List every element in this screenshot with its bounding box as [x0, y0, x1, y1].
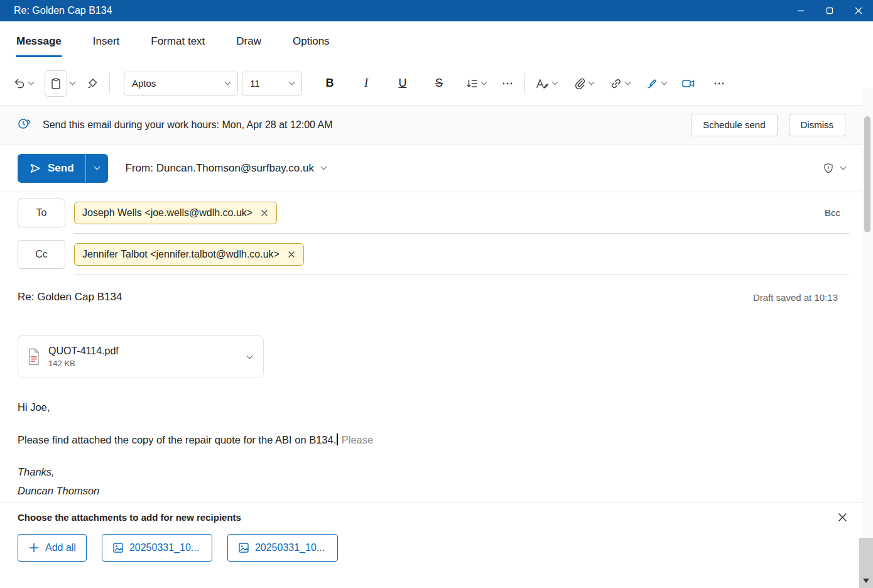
to-recipient-chip[interactable]: Joseph Wells <joe.wells@wdlh.co.uk> — [74, 202, 277, 224]
tab-options[interactable]: Options — [291, 31, 331, 52]
chevron-down-icon — [625, 79, 631, 85]
signature-button[interactable] — [643, 74, 670, 94]
chevron-down-icon — [321, 164, 327, 170]
schedule-send-button[interactable]: Schedule send — [691, 114, 777, 136]
more-horizontal-icon — [713, 77, 725, 90]
paperclip-icon — [573, 77, 586, 90]
shield-icon — [822, 162, 835, 175]
image-file-icon — [112, 542, 124, 553]
format-painter-button[interactable] — [83, 74, 102, 94]
attach-file-button[interactable] — [570, 74, 597, 94]
insert-link-button[interactable] — [607, 74, 633, 94]
attachment-size: 142 KB — [48, 359, 119, 368]
maximize-icon — [825, 6, 835, 16]
from-selector[interactable]: From: Duncan.Thomson@surfbay.co.uk — [126, 162, 326, 175]
ribbon-toolbar: Aptos 11 B I U S — [0, 62, 873, 106]
subject-row: Re: Golden Cap B134 Draft saved at 10:13 — [0, 275, 873, 319]
line-spacing-button[interactable] — [463, 74, 489, 94]
undo-button[interactable] — [10, 74, 36, 94]
ribbon-tabs: Message Insert Format text Draw Options — [0, 21, 873, 62]
from-address: From: Duncan.Thomson@surfbay.co.uk — [126, 162, 314, 175]
text-cursor — [337, 433, 338, 445]
vertical-scrollbar[interactable] — [862, 88, 873, 588]
attachment-name: QUOT-4114.pdf — [48, 346, 119, 357]
add-all-button[interactable]: Add all — [18, 534, 87, 562]
attachment-file-button-2[interactable]: 20250331_10... — [227, 534, 338, 562]
line-spacing-icon — [466, 77, 479, 90]
strikethrough-button[interactable]: S — [425, 71, 453, 96]
sensitivity-control[interactable] — [822, 162, 845, 175]
scroll-down-icon[interactable] — [863, 579, 869, 583]
tab-insert[interactable]: Insert — [92, 31, 121, 52]
chevron-down-icon — [94, 164, 100, 170]
send-options-button[interactable] — [85, 154, 108, 183]
cc-field[interactable]: Jennifer Talbot <jennifer.talbot@wdlh.co… — [74, 234, 849, 275]
tab-draw[interactable]: Draw — [235, 31, 263, 52]
dismiss-button[interactable]: Dismiss — [789, 114, 846, 136]
send-split-button: Send — [18, 154, 108, 183]
font-family-select[interactable]: Aptos — [124, 72, 238, 95]
meeting-button[interactable] — [678, 74, 698, 94]
chevron-down-icon — [588, 79, 595, 85]
recipient-text: Joseph Wells <joe.wells@wdlh.co.uk> — [82, 207, 252, 219]
minimize-icon — [796, 6, 806, 16]
more-formatting-button[interactable] — [498, 74, 517, 94]
body-paragraph: Please find attached the copy of the rep… — [18, 433, 855, 447]
to-button[interactable]: To — [18, 199, 65, 227]
toolbar-divider — [109, 73, 110, 94]
font-size-value: 11 — [250, 78, 260, 89]
signature-pen-icon — [646, 77, 659, 90]
more-options-button[interactable] — [710, 74, 729, 94]
paste-button[interactable] — [41, 67, 78, 101]
schedule-send-icon — [16, 116, 33, 134]
scrollbar-thumb[interactable] — [864, 116, 870, 232]
remove-recipient-icon[interactable] — [287, 250, 296, 259]
recipient-text: Jennifer Talbot <jennifer.talbot@wdlh.co… — [82, 249, 279, 260]
font-size-select[interactable]: 11 — [242, 72, 302, 95]
italic-button[interactable]: I — [352, 71, 380, 96]
body-closing: Thanks, — [18, 466, 855, 479]
send-icon — [29, 162, 41, 175]
body-greeting: Hi Joe, — [18, 401, 855, 414]
attachment-suggestion-panel: Choose the attachments to add for new re… — [0, 503, 873, 588]
body-signature: Duncan Thomson — [18, 484, 855, 498]
tab-message[interactable]: Message — [15, 31, 63, 52]
text-effects-button[interactable] — [533, 74, 560, 94]
attachment-card[interactable]: QUOT-4114.pdf 142 KB — [18, 335, 264, 378]
chevron-down-icon — [28, 79, 35, 85]
cc-button[interactable]: Cc — [18, 240, 65, 269]
chevron-down-icon — [661, 79, 668, 85]
send-row: Send From: Duncan.Thomson@surfbay.co.uk — [0, 144, 873, 192]
draft-status: Draft saved at 10:13 — [753, 292, 838, 303]
to-field[interactable]: Joseph Wells <joe.wells@wdlh.co.uk> Bcc — [74, 192, 849, 234]
attachment-file-button-1[interactable]: 20250331_10... — [102, 534, 212, 562]
bcc-toggle[interactable]: Bcc — [825, 207, 840, 218]
toolbar-divider — [524, 73, 525, 94]
compose-window: Re: Golden Cap B134 Message Insert Forma… — [0, 0, 873, 588]
cc-recipient-chip[interactable]: Jennifer Talbot <jennifer.talbot@wdlh.co… — [74, 243, 304, 266]
close-icon — [854, 6, 864, 16]
scrollbar-bottom-area[interactable] — [859, 538, 873, 588]
maximize-button[interactable] — [815, 0, 844, 21]
tab-format-text[interactable]: Format text — [149, 31, 206, 52]
minimize-button[interactable] — [786, 0, 815, 21]
send-button[interactable]: Send — [18, 154, 85, 183]
chevron-down-icon — [552, 79, 558, 85]
window-controls — [786, 0, 873, 21]
underline-button[interactable]: U — [389, 71, 416, 96]
window-title: Re: Golden Cap B134 — [14, 5, 112, 16]
chevron-down-icon — [289, 79, 295, 85]
image-file-icon — [238, 542, 249, 553]
bold-button[interactable]: B — [316, 71, 344, 96]
close-button[interactable] — [844, 0, 873, 21]
remove-recipient-icon[interactable] — [260, 209, 269, 217]
panel-close-button[interactable] — [837, 512, 848, 523]
chevron-down-icon — [481, 79, 487, 85]
subject-input[interactable]: Re: Golden Cap B134 — [18, 291, 122, 303]
undo-icon — [13, 77, 26, 90]
attachments-area: QUOT-4114.pdf 142 KB — [0, 319, 873, 378]
to-row: To Joseph Wells <joe.wells@wdlh.co.uk> B… — [0, 192, 873, 234]
attachment-options-icon[interactable] — [247, 352, 253, 359]
message-body[interactable]: Hi Joe, Please find attached the copy of… — [0, 378, 873, 503]
titlebar: Re: Golden Cap B134 — [0, 0, 873, 21]
